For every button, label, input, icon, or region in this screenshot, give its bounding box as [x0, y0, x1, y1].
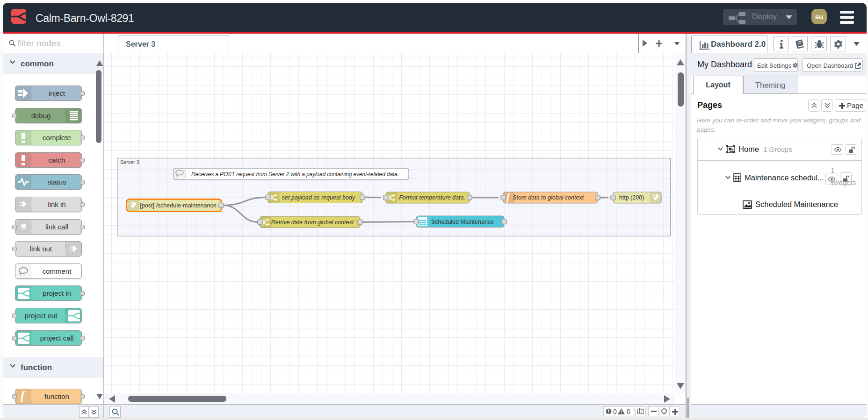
- svg-text:Store data to global context: Store data to global context: [513, 194, 584, 201]
- svg-text:Scheduled Maintenance: Scheduled Maintenance: [431, 219, 494, 225]
- svg-text:Retrive data from global conte: Retrive data from global context: [271, 219, 354, 226]
- svg-text:http (200): http (200): [619, 194, 644, 201]
- svg-text:Format temperature data.: Format temperature data.: [399, 194, 465, 201]
- svg-text:[post] /schedule-maintenance: [post] /schedule-maintenance: [140, 202, 216, 209]
- svg-text:set payload as request body: set payload as request body: [282, 194, 355, 201]
- svg-text:Receives a POST request from S: Receives a POST request from Server 2 wi…: [191, 171, 399, 178]
- svg-text:Server 3: Server 3: [120, 159, 139, 165]
